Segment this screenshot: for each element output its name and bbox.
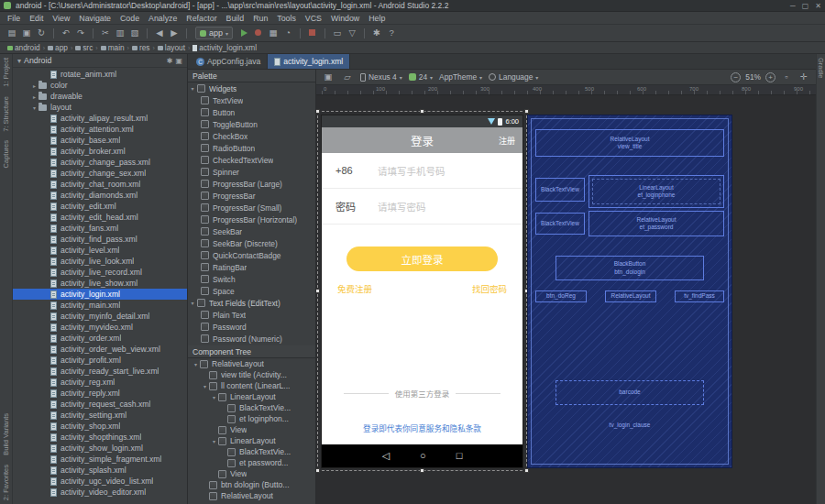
project-item-activity-live-record-xml[interactable]: activity_live_record.xml: [13, 267, 187, 278]
component-view[interactable]: View: [188, 424, 315, 435]
gear-icon[interactable]: ✱: [167, 57, 173, 65]
nav-recents-icon[interactable]: □: [456, 451, 463, 461]
redo-icon[interactable]: ↷: [74, 27, 87, 39]
cut-icon[interactable]: ✂: [99, 27, 112, 39]
project-item-activity-edit-xml[interactable]: activity_edit.xml: [13, 201, 187, 212]
project-item-activity-base-xml[interactable]: activity_base.xml: [13, 135, 187, 146]
copy-icon[interactable]: ▥: [114, 27, 126, 39]
bp-et-password[interactable]: RelativeLayoutet_password: [588, 211, 724, 236]
component-ll-content-linearl[interactable]: ▾ll content (LinearL...: [188, 380, 315, 391]
dock-tab-captures[interactable]: Captures: [2, 140, 10, 168]
breadcrumb-item-main[interactable]: main: [101, 43, 125, 52]
run-icon[interactable]: [237, 27, 250, 39]
register-link[interactable]: 注册: [499, 135, 515, 147]
forward-icon[interactable]: ▶: [168, 27, 181, 39]
project-item-activity-show-login-xml[interactable]: activity_show_login.xml: [13, 443, 187, 454]
palette-group-text-fields-edittext[interactable]: ▾Text Fields (EditText): [188, 297, 315, 309]
nav-home-icon[interactable]: ○: [420, 451, 426, 461]
project-item-activity-simple-fragment-xml[interactable]: activity_simple_fragment.xml: [13, 454, 187, 465]
menu-item-view[interactable]: View: [48, 14, 74, 23]
project-item-activity-main-xml[interactable]: activity_main.xml: [13, 300, 187, 311]
project-item-activity-edit-head-xml[interactable]: activity_edit_head.xml: [13, 212, 187, 223]
collapse-arrow-icon[interactable]: ▾: [210, 438, 218, 444]
palette-item-togglebutton[interactable]: ToggleButton: [188, 118, 315, 130]
project-item-rotate-anim-xml[interactable]: rotate_anim.xml: [13, 69, 187, 80]
avd-icon[interactable]: ▭: [331, 27, 344, 39]
project-item-activity-myinfo-detail-xml[interactable]: activity_myinfo_detail.xml: [13, 311, 187, 322]
project-item-activity-live-show-xml[interactable]: activity_live_show.xml: [13, 278, 187, 289]
project-item-activity-profit-xml[interactable]: activity_profit.xml: [13, 355, 187, 366]
bp-btn-dologin[interactable]: BlackButtonbtn_dologin: [556, 256, 704, 280]
password-input-placeholder[interactable]: 请填写密码: [378, 200, 426, 214]
theme-selector[interactable]: AppTheme ▾: [439, 72, 482, 82]
component-blacktextvie[interactable]: BlackTextVie...: [188, 402, 315, 413]
login-title[interactable]: 登录: [411, 132, 434, 149]
project-item-activity-diamonds-xml[interactable]: activity_diamonds.xml: [13, 190, 187, 201]
bp-view-title[interactable]: RelativeLayoutview_title: [535, 129, 724, 157]
menu-item-tools[interactable]: Tools: [272, 14, 301, 23]
zoom-fit-icon[interactable]: ▫: [780, 71, 793, 83]
paste-icon[interactable]: ▧: [128, 27, 141, 39]
palette-item-button[interactable]: Button: [188, 106, 315, 118]
save-icon[interactable]: ▣: [20, 27, 33, 39]
bp-black-textview-1[interactable]: BlackTextView: [535, 178, 585, 202]
help-icon[interactable]: ?: [385, 27, 398, 39]
project-item-activity-video-editor-xml[interactable]: activity_video_editor.xml: [13, 487, 187, 498]
resize-handle[interactable]: [524, 468, 529, 473]
breadcrumb-item-src[interactable]: src: [75, 43, 93, 52]
menu-item-window[interactable]: Window: [326, 14, 364, 23]
component-relativelayout[interactable]: ▾RelativeLayout: [188, 358, 315, 369]
pan-icon[interactable]: ✛: [798, 71, 810, 83]
menu-item-file[interactable]: File: [3, 14, 25, 23]
resize-handle[interactable]: [420, 468, 424, 473]
palette-group-widgets[interactable]: ▾Widgets: [188, 82, 315, 94]
palette-item-radiobutton[interactable]: RadioButton: [188, 142, 315, 154]
settings-icon[interactable]: ✱: [370, 27, 383, 39]
collapse-all-icon[interactable]: ▣: [175, 57, 182, 65]
sync-icon[interactable]: ↻: [35, 27, 48, 39]
orientation-icon[interactable]: ▱: [341, 71, 354, 83]
project-item-activity-fans-xml[interactable]: activity_fans.xml: [13, 223, 187, 234]
resize-handle[interactable]: [316, 289, 320, 293]
dock-tab-1-project[interactable]: 1: Project: [2, 58, 10, 87]
agreement-text[interactable]: 登录即代表你同意服务和隐私条款: [322, 422, 522, 433]
find-password-link[interactable]: 找回密码: [472, 282, 507, 295]
project-item-activity-reg-xml[interactable]: activity_reg.xml: [13, 377, 187, 388]
palette-item-seekbar-discrete[interactable]: SeekBar (Discrete): [188, 237, 315, 249]
project-item-activity-change-sex-xml[interactable]: activity_change_sex.xml: [13, 168, 187, 179]
login-button[interactable]: 立即登录: [346, 247, 498, 271]
collapse-arrow-icon[interactable]: ▾: [192, 361, 200, 367]
dock-tab-2-favorites[interactable]: 2: Favorites: [2, 465, 10, 500]
undo-icon[interactable]: ↶: [60, 27, 72, 39]
zoom-out-button[interactable]: −: [731, 72, 741, 82]
component-btn-dologin-butto[interactable]: btn dologin (Butto...: [188, 479, 315, 490]
palette-item-password-numeric[interactable]: Password (Numeric): [188, 333, 315, 345]
project-item-activity-chat-room-xml[interactable]: activity_chat_room.xml: [13, 179, 187, 190]
stop-icon[interactable]: [306, 27, 319, 39]
bp-btn-doreg[interactable]: btn_doReg: [535, 290, 587, 302]
project-item-activity-attention-xml[interactable]: activity_attention.xml: [13, 124, 187, 135]
project-item-color[interactable]: ▸color: [13, 80, 187, 91]
palette-item-checkbox[interactable]: CheckBox: [188, 130, 315, 142]
palette-item-ratingbar[interactable]: RatingBar: [188, 261, 315, 273]
bp-relative-layout[interactable]: RelativeLayout: [605, 290, 656, 302]
resize-handle[interactable]: [524, 109, 529, 114]
dock-tab-gradle[interactable]: Gradle: [817, 58, 825, 79]
debug-icon[interactable]: [252, 27, 265, 39]
project-item-activity-order-web-view-xml[interactable]: activity_order_web_view.xml: [13, 344, 187, 355]
minimize-button[interactable]: ─: [790, 2, 796, 10]
phone-appbar[interactable]: 登录 注册: [322, 127, 522, 153]
menu-item-code[interactable]: Code: [116, 14, 144, 23]
project-item-activity-ready-start-live-xml[interactable]: activity_ready_start_live.xml: [13, 366, 187, 377]
project-item-activity-myvideo-xml[interactable]: activity_myvideo.xml: [13, 322, 187, 333]
palette-item-progressbar[interactable]: ProgressBar: [188, 190, 315, 202]
breadcrumb-item-activity-login-xml[interactable]: activity_login.xml: [192, 43, 257, 52]
resize-handle[interactable]: [316, 468, 320, 473]
palette-item-plain-text[interactable]: Plain Text: [188, 309, 315, 321]
phone-input-placeholder[interactable]: 请填写手机号码: [378, 164, 446, 178]
menu-item-help[interactable]: Help: [364, 14, 390, 23]
breadcrumb-item-layout[interactable]: layout: [158, 43, 185, 52]
palette-item-quickcontactbadge[interactable]: QuickContactBadge: [188, 249, 315, 261]
component-relativelayout[interactable]: RelativeLayout: [188, 490, 315, 501]
bp-barcode[interactable]: barcode: [556, 380, 704, 405]
